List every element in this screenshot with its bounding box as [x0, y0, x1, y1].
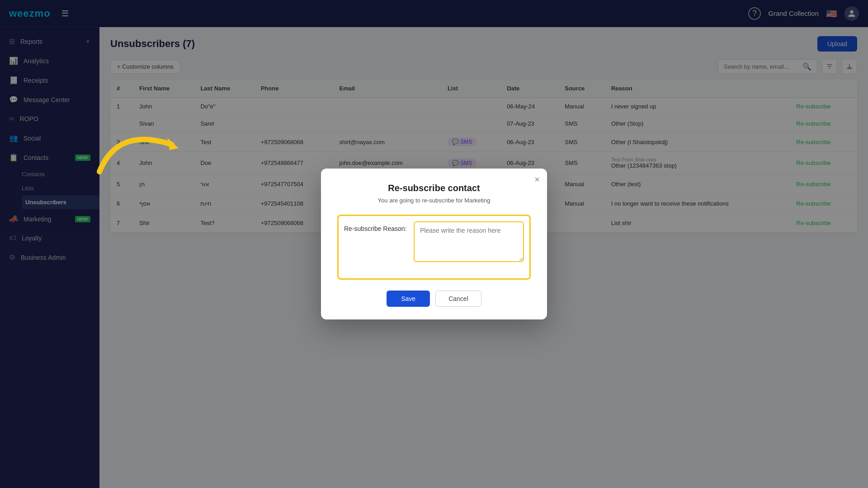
form-row-wrapper: Re-subscribe Reason:: [337, 215, 531, 280]
resubscribe-dialog: × Re-subscribe contact You are going to …: [321, 169, 547, 319]
modal-overlay[interactable]: × Re-subscribe contact You are going to …: [0, 0, 868, 488]
form-row: Re-subscribe Reason:: [344, 221, 524, 262]
dialog-subtitle: You are going to re-subscribe for Market…: [337, 197, 531, 204]
dialog-actions: Save Cancel: [337, 291, 531, 307]
dialog-title: Re-subscribe contact: [337, 183, 531, 193]
arrow-annotation: [90, 117, 190, 183]
reason-textarea[interactable]: [414, 221, 524, 262]
svg-marker-3: [167, 138, 179, 150]
save-button[interactable]: Save: [387, 291, 430, 307]
reason-label: Re-subscribe Reason:: [344, 221, 407, 232]
dialog-close-button[interactable]: ×: [534, 175, 540, 184]
cancel-button[interactable]: Cancel: [435, 291, 481, 307]
